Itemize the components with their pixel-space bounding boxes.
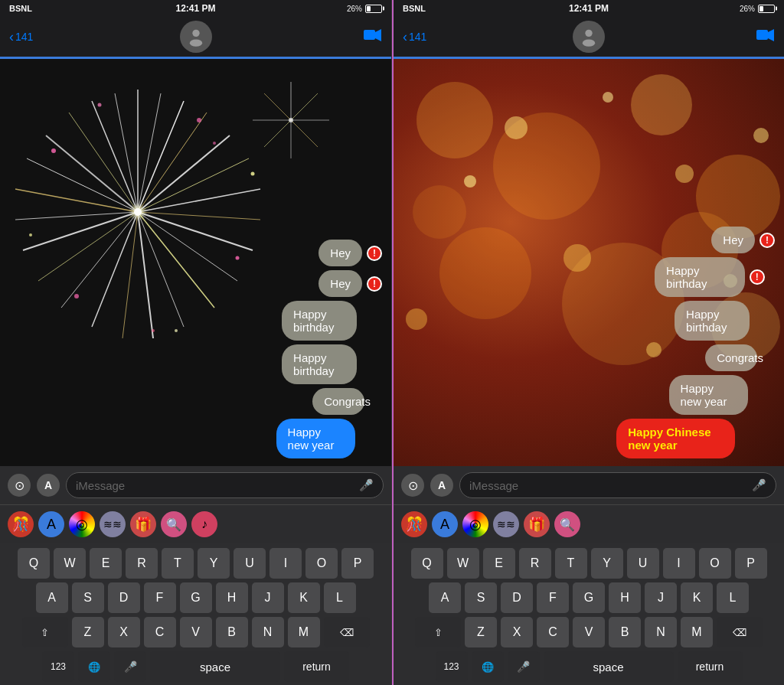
video-call-button-right[interactable]	[756, 28, 775, 46]
key-s-left[interactable]: S	[72, 582, 104, 613]
avatar-right[interactable]	[573, 21, 605, 53]
carrier-right: BSNL	[403, 4, 426, 13]
key-i-left[interactable]: I	[270, 548, 302, 579]
kb-row3-left: ⇧ Z X C V B N M ⌫	[2, 617, 389, 647]
key-123-left[interactable]: 123	[42, 651, 74, 682]
key-l-right[interactable]: L	[717, 582, 749, 613]
camera-button-right[interactable]: ⊙	[401, 474, 424, 497]
key-d-left[interactable]: D	[108, 582, 140, 613]
key-r-left[interactable]: R	[126, 548, 158, 579]
key-b-right[interactable]: B	[609, 617, 641, 647]
imessage-input-left[interactable]: iMessage 🎤	[66, 472, 384, 498]
key-k-left[interactable]: K	[288, 582, 320, 613]
key-c-right[interactable]: C	[537, 617, 569, 647]
camera-button-left[interactable]: ⊙	[8, 474, 31, 497]
key-123-right[interactable]: 123	[436, 651, 468, 682]
error-icon-r2[interactable]: !	[750, 269, 765, 285]
time-left: 12:41 PM	[175, 3, 215, 14]
key-h-left[interactable]: H	[216, 582, 248, 613]
key-w-right[interactable]: W	[447, 548, 479, 579]
error-icon-2[interactable]: !	[367, 276, 382, 292]
key-globe-right[interactable]: 🌐	[472, 651, 504, 682]
key-t-left[interactable]: T	[162, 548, 194, 579]
error-icon-r1[interactable]: !	[760, 233, 775, 248]
key-return-left[interactable]: return	[284, 651, 349, 682]
avatar-left[interactable]	[180, 21, 212, 53]
app-icon-r-appstore[interactable]: A	[432, 511, 458, 537]
key-u-right[interactable]: U	[627, 548, 659, 579]
key-z-left[interactable]: Z	[72, 617, 104, 647]
key-a-left[interactable]: A	[36, 582, 68, 613]
key-delete-left[interactable]: ⌫	[324, 617, 370, 647]
key-x-left[interactable]: X	[108, 617, 140, 647]
key-y-right[interactable]: Y	[591, 548, 623, 579]
key-space-left[interactable]: space	[150, 651, 280, 682]
key-r-right[interactable]: R	[519, 548, 551, 579]
key-p-left[interactable]: P	[341, 548, 374, 579]
key-n-left[interactable]: N	[252, 617, 284, 647]
key-f-left[interactable]: F	[144, 582, 176, 613]
key-e-right[interactable]: E	[483, 548, 515, 579]
key-g-left[interactable]: G	[180, 582, 212, 613]
key-x-right[interactable]: X	[501, 617, 533, 647]
app-icon-appstore[interactable]: A	[38, 511, 64, 537]
app-icon-r-audio[interactable]: ≋≋	[493, 511, 519, 537]
app-icon-r-memoji[interactable]: 🎊	[401, 511, 427, 537]
video-call-button-left[interactable]	[364, 28, 382, 46]
key-v-right[interactable]: V	[573, 617, 605, 647]
key-d-right[interactable]: D	[501, 582, 533, 613]
key-o-right[interactable]: O	[699, 548, 731, 579]
key-q-left[interactable]: Q	[18, 548, 50, 579]
key-v-left[interactable]: V	[180, 617, 212, 647]
app-icon-r-search[interactable]: 🔍	[554, 511, 580, 537]
app-icon-music[interactable]: ♪	[191, 511, 217, 537]
key-a-right[interactable]: A	[429, 582, 461, 613]
key-o-left[interactable]: O	[305, 548, 338, 579]
error-icon-1[interactable]: !	[367, 246, 382, 261]
key-s-right[interactable]: S	[465, 582, 497, 613]
key-u-left[interactable]: U	[234, 548, 266, 579]
imessage-input-right[interactable]: iMessage 🎤	[459, 472, 776, 498]
key-j-left[interactable]: J	[252, 582, 284, 613]
key-q-right[interactable]: Q	[411, 548, 443, 579]
key-return-right[interactable]: return	[678, 651, 743, 682]
app-icon-sticker[interactable]: 🎁	[130, 511, 156, 537]
key-p-right[interactable]: P	[735, 548, 767, 579]
app-icon-r-animoji[interactable]: ◎	[462, 511, 488, 537]
key-mic-right[interactable]: 🎤	[508, 651, 540, 682]
key-h-right[interactable]: H	[609, 582, 641, 613]
app-icon-memoji[interactable]: 🎊	[8, 511, 34, 537]
key-g-right[interactable]: G	[573, 582, 605, 613]
key-b-left[interactable]: B	[216, 617, 248, 647]
key-k-right[interactable]: K	[681, 582, 713, 613]
key-shift-right[interactable]: ⇧	[415, 617, 461, 647]
key-y-left[interactable]: Y	[198, 548, 230, 579]
time-right: 12:41 PM	[569, 3, 609, 14]
app-icon-audio[interactable]: ≋≋	[100, 511, 126, 537]
app-icon-search[interactable]: 🔍	[161, 511, 187, 537]
key-w-left[interactable]: W	[54, 548, 86, 579]
key-i-right[interactable]: I	[663, 548, 695, 579]
key-t-right[interactable]: T	[555, 548, 587, 579]
key-mic-left[interactable]: 🎤	[114, 651, 146, 682]
key-m-left[interactable]: M	[288, 617, 320, 647]
key-space-right[interactable]: space	[544, 651, 674, 682]
back-button-left[interactable]: ‹ 141	[9, 29, 33, 45]
key-shift-left[interactable]: ⇧	[22, 617, 68, 647]
appstore-button-left[interactable]: A	[37, 474, 60, 497]
key-z-right[interactable]: Z	[465, 617, 497, 647]
key-e-left[interactable]: E	[90, 548, 122, 579]
key-delete-right[interactable]: ⌫	[717, 617, 763, 647]
app-icon-r-sticker[interactable]: 🎁	[524, 511, 550, 537]
app-icon-animoji[interactable]: ◎	[69, 511, 95, 537]
appstore-button-right[interactable]: A	[430, 474, 453, 497]
key-globe-left[interactable]: 🌐	[78, 651, 110, 682]
key-c-left[interactable]: C	[144, 617, 176, 647]
key-f-right[interactable]: F	[537, 582, 569, 613]
key-m-right[interactable]: M	[681, 617, 713, 647]
key-j-right[interactable]: J	[645, 582, 677, 613]
back-button-right[interactable]: ‹ 141	[403, 29, 426, 45]
key-l-left[interactable]: L	[324, 582, 356, 613]
key-n-right[interactable]: N	[645, 617, 677, 647]
msg-bubble-hey1: Hey	[318, 240, 362, 266]
